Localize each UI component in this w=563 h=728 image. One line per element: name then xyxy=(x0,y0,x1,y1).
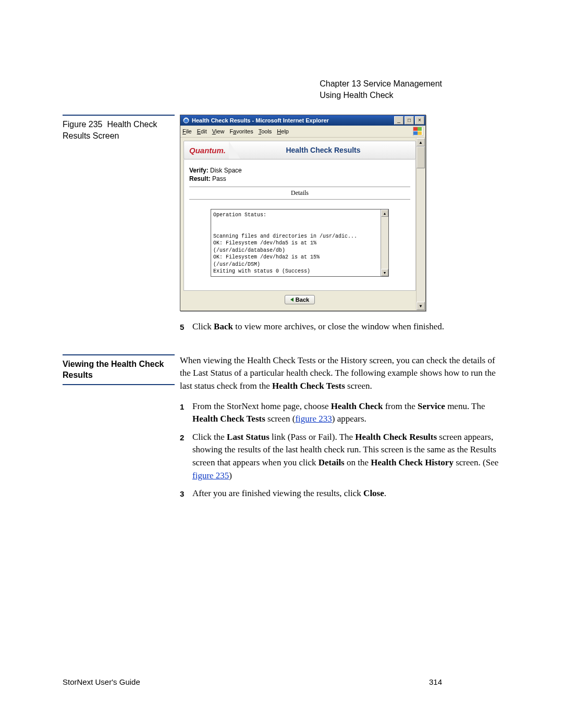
verify-value: Disk Space xyxy=(210,167,242,174)
menu-tools[interactable]: Tools xyxy=(259,128,272,134)
verify-row: Verify: Disk Space xyxy=(189,167,410,174)
scroll-down-icon[interactable]: ▼ xyxy=(381,269,388,276)
step-number: 2 xyxy=(180,431,192,483)
figure-number: Figure 235 xyxy=(63,120,103,129)
section-heading: Viewing the Health Check Results xyxy=(63,359,175,381)
chapter-label: Chapter 13 Service Management xyxy=(320,78,442,90)
window-scrollbar[interactable]: ▲ ▼ xyxy=(416,138,425,310)
footer-left: StorNext User's Guide xyxy=(63,677,140,686)
menu-file[interactable]: File xyxy=(182,128,192,134)
scroll-down-icon[interactable]: ▼ xyxy=(417,302,425,310)
banner-title: Health Check Results xyxy=(240,146,415,154)
menu-favorites[interactable]: Favorites xyxy=(229,128,253,134)
output-text: Operation Status: Scanning files and dir… xyxy=(211,209,388,276)
step-number: 3 xyxy=(180,487,192,500)
menu-view[interactable]: View xyxy=(212,128,225,134)
figure-col: Health Check Results - Microsoft Interne… xyxy=(180,115,506,339)
section-intro: When viewing the Health Check Tests or t… xyxy=(180,354,506,393)
divider xyxy=(189,187,410,187)
banner-sep xyxy=(229,141,240,159)
step-5-block: 5 Click Back to view more archives, or c… xyxy=(180,320,506,334)
client-area: ▲ ▼ Quantum. Health Check Results Verify… xyxy=(180,138,425,311)
scroll-thumb[interactable] xyxy=(417,146,425,168)
steps-list: 1From the StorNext home page, choose Hea… xyxy=(180,400,506,500)
footer-right: 314 xyxy=(429,677,442,686)
step-text: Click Back to view more archives, or clo… xyxy=(192,320,506,334)
page-header: Chapter 13 Service Management Using Heal… xyxy=(320,78,442,101)
step-text: From the StorNext home page, choose Heal… xyxy=(192,400,506,426)
section-rule xyxy=(63,354,175,355)
step: 2Click the Last Status link (Pass or Fai… xyxy=(180,431,506,483)
scroll-up-icon[interactable]: ▲ xyxy=(381,209,388,217)
step-5: 5 Click Back to view more archives, or c… xyxy=(180,320,506,334)
result-value: Pass xyxy=(212,175,226,182)
step: 3After you are finished viewing the resu… xyxy=(180,487,506,500)
brand-logo: Quantum. xyxy=(184,141,233,159)
scroll-up-icon[interactable]: ▲ xyxy=(417,138,425,146)
section-row: Viewing the Health Check Results When vi… xyxy=(63,354,506,505)
caption-rule xyxy=(63,115,175,116)
results-panel: Verify: Disk Space Result: Pass Details … xyxy=(183,159,416,291)
back-bar: Back xyxy=(183,291,416,305)
step-number: 1 xyxy=(180,400,192,426)
menu-edit[interactable]: Edit xyxy=(197,128,207,134)
figure-link[interactable]: figure 235 xyxy=(192,471,229,480)
page-footer: StorNext User's Guide 314 xyxy=(63,677,442,686)
window-titlebar: Health Check Results - Microsoft Interne… xyxy=(180,115,425,126)
output-box: Operation Status: Scanning files and dir… xyxy=(211,209,389,277)
page: Chapter 13 Service Management Using Heal… xyxy=(0,0,563,728)
verify-label: Verify: xyxy=(189,167,209,174)
section-heading-col: Viewing the Health Check Results xyxy=(63,354,180,505)
divider xyxy=(189,199,410,200)
window-title: Health Check Results - Microsoft Interne… xyxy=(192,117,393,124)
menu-help[interactable]: Help xyxy=(277,128,289,134)
step-number: 5 xyxy=(180,320,192,334)
back-label: Back xyxy=(296,297,309,303)
result-row: Result: Pass xyxy=(189,175,410,182)
page-banner: Quantum. Health Check Results xyxy=(183,141,416,159)
figure-caption: Figure 235 Health Check Results Screen xyxy=(63,119,175,141)
back-arrow-icon xyxy=(290,298,293,302)
windows-logo-icon xyxy=(413,127,423,136)
minimize-button[interactable]: _ xyxy=(394,116,403,125)
window-buttons: _ □ × xyxy=(393,116,424,125)
output-scrollbar[interactable]: ▲ ▼ xyxy=(381,209,388,276)
browser-window: Health Check Results - Microsoft Interne… xyxy=(180,115,426,311)
scroll-track[interactable] xyxy=(417,146,425,302)
back-button[interactable]: Back xyxy=(285,295,315,304)
maximize-button[interactable]: □ xyxy=(405,116,414,125)
section-body: When viewing the Health Check Tests or t… xyxy=(180,354,506,505)
step: 1From the StorNext home page, choose Hea… xyxy=(180,400,506,426)
figure-caption-col: Figure 235 Health Check Results Screen xyxy=(63,115,180,339)
close-button[interactable]: × xyxy=(415,116,424,125)
step-text: Click the Last Status link (Pass or Fail… xyxy=(192,431,506,483)
section-label: Using Health Check xyxy=(320,90,442,101)
step-text: After you are finished viewing the resul… xyxy=(192,487,506,500)
scroll-track[interactable] xyxy=(381,217,388,269)
figure-link[interactable]: figure 233 xyxy=(295,414,332,424)
result-label: Result: xyxy=(189,175,211,182)
section-rule-bottom xyxy=(63,384,175,385)
details-label: Details xyxy=(189,189,410,197)
menubar: File Edit View Favorites Tools Help xyxy=(180,126,425,138)
figure-row: Figure 235 Health Check Results Screen H… xyxy=(63,115,506,339)
ie-icon xyxy=(182,117,190,124)
